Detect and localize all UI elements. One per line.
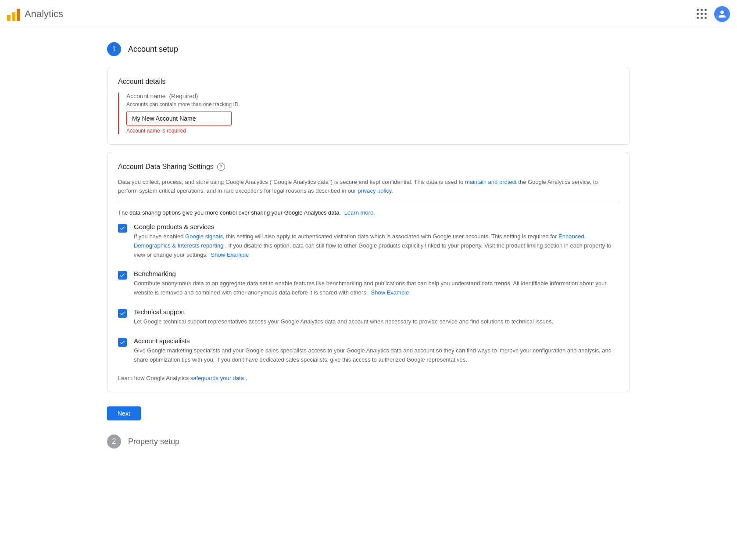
account-specialists-content: Account specialists Give Google marketin…: [134, 337, 619, 365]
safeguards-text: Learn how Google Analytics safeguards yo…: [118, 375, 619, 381]
checkbox-account-specialists: Account specialists Give Google marketin…: [118, 337, 619, 365]
analytics-logo: [7, 7, 20, 21]
technical-support-content: Technical support Let Google technical s…: [134, 308, 553, 327]
account-name-error: Account name is required: [126, 128, 619, 134]
step1-title: Account setup: [128, 45, 178, 54]
next-button[interactable]: Next: [107, 406, 141, 420]
google-products-label: Google products & services: [134, 223, 619, 230]
technical-support-label: Technical support: [134, 308, 553, 316]
logo-bar-3: [17, 9, 20, 21]
app-title: Analytics: [25, 8, 63, 20]
google-apps-button[interactable]: [693, 5, 711, 23]
user-avatar[interactable]: [714, 6, 730, 22]
header-right: [693, 5, 730, 23]
step2-header: 2 Property setup: [107, 434, 630, 449]
checkbox-account-specialists-wrapper: [118, 338, 127, 365]
benchmarking-label: Benchmarking: [134, 270, 619, 277]
checkbox-google-products-wrapper: [118, 224, 127, 259]
data-sharing-card: Account Data Sharing Settings ? Data you…: [107, 152, 630, 392]
step2-circle: 2: [107, 434, 121, 449]
data-sharing-intro: The data sharing options give you more c…: [118, 209, 619, 216]
privacy-policy-link[interactable]: privacy policy: [358, 187, 391, 194]
technical-support-desc: Let Google technical support representat…: [134, 317, 553, 327]
account-name-input[interactable]: [126, 111, 232, 126]
data-sharing-title: Account Data Sharing Settings ?: [118, 163, 619, 171]
show-example-link-1[interactable]: Show Example: [211, 251, 249, 258]
benchmarking-content: Benchmarking Contribute anonymous data t…: [134, 270, 619, 298]
checkbox-google-products: Google products & services If you have e…: [118, 223, 619, 259]
help-icon[interactable]: ?: [217, 163, 225, 171]
checkbox-technical-support-input[interactable]: [118, 309, 127, 318]
google-products-content: Google products & services If you have e…: [134, 223, 619, 259]
checkbox-technical-support: Technical support Let Google technical s…: [118, 308, 619, 327]
sharing-description: Data you collect, process, and store usi…: [118, 178, 619, 195]
account-name-label: Account name (Required): [126, 93, 619, 100]
header: Analytics: [0, 0, 737, 28]
learn-more-link[interactable]: Learn more.: [344, 209, 375, 216]
benchmarking-desc: Contribute anonymous data to an aggregat…: [134, 279, 619, 298]
checkbox-benchmarking: Benchmarking Contribute anonymous data t…: [118, 270, 619, 298]
apps-grid-icon: [697, 9, 707, 19]
header-left: Analytics: [7, 7, 63, 21]
account-details-title: Account details: [118, 78, 619, 86]
checkbox-technical-support-wrapper: [118, 309, 127, 327]
account-specialists-desc: Give Google marketing specialists and yo…: [134, 346, 619, 365]
checkbox-benchmarking-input[interactable]: [118, 271, 127, 280]
checkbox-account-specialists-input[interactable]: [118, 338, 127, 347]
required-indicator: (Required): [169, 93, 198, 100]
google-signals-link[interactable]: Google signals: [185, 233, 223, 240]
show-example-link-2[interactable]: Show Example: [371, 289, 409, 296]
logo-bar-1: [7, 15, 11, 21]
step2-title: Property setup: [128, 437, 179, 446]
step1-header: 1 Account setup: [107, 42, 630, 56]
safeguards-link[interactable]: safeguards your data: [190, 375, 244, 381]
main-content: 1 Account setup Account details Account …: [97, 28, 640, 473]
account-details-card: Account details Account name (Required) …: [107, 67, 630, 145]
checkbox-google-products-input[interactable]: [118, 224, 127, 233]
google-products-desc: If you have enabled Google signals, this…: [134, 232, 619, 259]
step1-circle: 1: [107, 42, 121, 56]
account-name-section: Account name (Required) Accounts can con…: [118, 93, 619, 134]
maintain-protect-link[interactable]: maintain and protect: [465, 179, 517, 185]
logo-bar-2: [12, 12, 15, 21]
checkbox-benchmarking-wrapper: [118, 271, 127, 298]
account-specialists-label: Account specialists: [134, 337, 619, 345]
account-name-hint: Accounts can contain more than one track…: [126, 101, 619, 108]
divider: [118, 202, 619, 202]
